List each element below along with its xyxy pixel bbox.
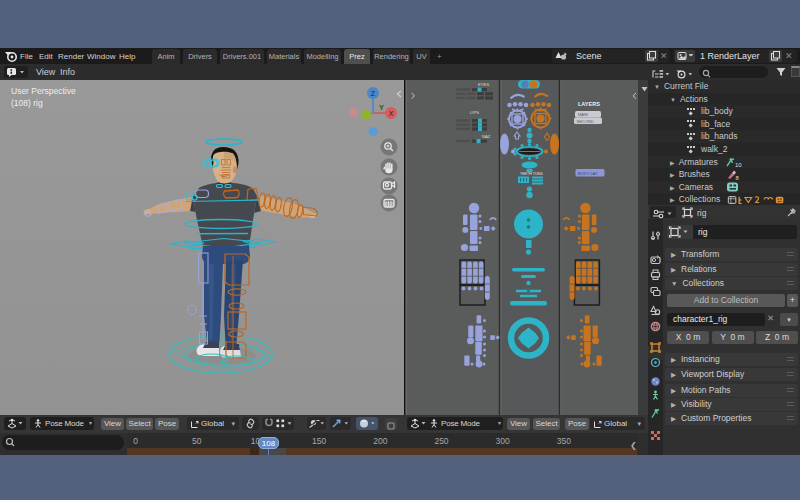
svg-text:LIPS: LIPS (470, 110, 479, 115)
svg-text:MAIN: MAIN (578, 112, 588, 117)
svg-text:8: 8 (736, 175, 740, 181)
svg-text:User Perspective: User Perspective (11, 86, 76, 96)
svg-text:SECOND: SECOND (577, 119, 594, 124)
svg-text:(108) rig: (108) rig (11, 98, 43, 108)
svg-text:X: X (389, 110, 394, 117)
svg-text:EYES: EYES (478, 82, 489, 87)
svg-text:BODY LAY: BODY LAY (578, 171, 598, 176)
svg-text:10: 10 (735, 162, 742, 168)
svg-text:Y: Y (379, 103, 384, 112)
svg-text:NAZ: NAZ (482, 134, 491, 139)
svg-text:TEETH TUNG: TEETH TUNG (520, 172, 543, 176)
svg-text:Z: Z (371, 90, 376, 97)
svg-text:LAYERS: LAYERS (578, 101, 600, 107)
